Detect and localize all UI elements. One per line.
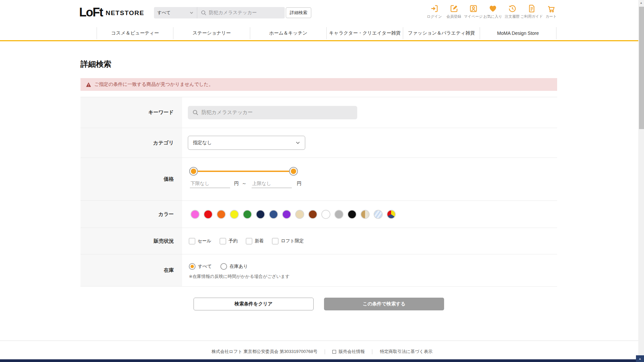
color-swatch-yellow[interactable] [230, 210, 239, 219]
search-icon [193, 110, 198, 115]
chevron-down-icon [190, 11, 194, 15]
color-swatch-white[interactable] [321, 210, 330, 219]
category-row: カテゴリ 指定なし [80, 128, 557, 158]
color-swatch-purple[interactable] [282, 210, 291, 219]
nav-item-2[interactable]: ホーム＆キッチン [250, 27, 326, 39]
price-max-unit: 円 [297, 181, 302, 188]
nav-item-0[interactable]: コスメ＆ビューティー [97, 27, 173, 39]
sales-option-0[interactable]: セール [189, 238, 211, 244]
price-slider-max-handle[interactable] [289, 167, 298, 176]
order-history-button[interactable]: 注文履歴 [502, 4, 522, 19]
clear-conditions-button[interactable]: 検索条件をクリア [194, 298, 314, 310]
checkbox-icon[interactable] [272, 238, 278, 244]
form-actions: 検索条件をクリア この条件で検索する [80, 298, 557, 310]
detail-search-button[interactable]: 詳細検索 [286, 7, 311, 18]
price-inputs: 円 ～ 円 [188, 180, 557, 188]
scrollbar-thumb[interactable] [639, 7, 644, 129]
login-icon [430, 4, 439, 13]
footer-seller-info-link[interactable]: 販売会社情報 [332, 349, 365, 355]
stock-label: 在庫 [80, 254, 182, 286]
external-window-icon [332, 350, 336, 354]
header: LoFt NETSTORE すべて 詳細検索 ログイン 会員登録 [0, 0, 644, 25]
cart-icon [547, 4, 556, 13]
footer-separator [325, 349, 325, 354]
scrollbar-up-arrow[interactable]: ▲ [638, 1, 644, 4]
price-tilde: ～ [242, 181, 247, 188]
search-form: キーワード カテゴリ 指定なし 価格 [80, 97, 557, 287]
nav-item-3[interactable]: キャラクター・クリエイター雑貨 [326, 27, 403, 39]
color-swatch-navy[interactable] [256, 210, 265, 219]
search-input-wrap [197, 7, 285, 18]
loft-logo[interactable]: LoFt NETSTORE [79, 5, 144, 19]
sales-option-2[interactable]: 新着 [246, 238, 264, 244]
stock-option-0[interactable]: すべて [189, 263, 212, 270]
color-swatch-black[interactable] [347, 210, 357, 219]
radio-icon[interactable] [189, 263, 196, 270]
header-search-input[interactable] [209, 10, 281, 15]
no-results-alert-text: ご指定の条件に一致する商品が見つかりませんでした。 [94, 81, 213, 87]
login-button[interactable]: ログイン [425, 4, 444, 19]
search-icon [201, 10, 206, 15]
category-select[interactable]: 指定なし [188, 136, 305, 150]
price-max-input[interactable] [252, 180, 292, 188]
sales-option-3[interactable]: ロフト限定 [272, 238, 304, 244]
footer-dark-strip [0, 359, 644, 362]
color-swatch-beige[interactable] [295, 210, 304, 219]
color-swatch-brown[interactable] [308, 210, 317, 219]
footer-law-label: 特定商取引法に基づく表示 [380, 349, 432, 355]
price-label: 価格 [80, 158, 182, 200]
price-min-input[interactable] [190, 180, 230, 188]
checkbox-icon[interactable] [246, 238, 252, 244]
checkbox-icon[interactable] [220, 238, 226, 244]
page-top-button[interactable]: ▲ [636, 355, 644, 362]
category-label: カテゴリ [80, 128, 182, 158]
color-swatch-clear[interactable] [374, 210, 383, 219]
cart-button[interactable]: カート [541, 4, 561, 19]
register-button[interactable]: 会員登録 [444, 4, 464, 19]
color-swatch-multicolor[interactable] [387, 210, 396, 219]
favorites-button[interactable]: お気に入り [483, 4, 502, 19]
sales-status-row: 販売状況 セール予約新着ロフト限定 [80, 228, 557, 254]
checkbox-icon[interactable] [189, 238, 195, 244]
search-submit-button[interactable]: この条件で検索する [324, 298, 444, 310]
stock-option-1[interactable]: 在庫あり [220, 263, 248, 270]
checkbox-label: 新着 [255, 238, 264, 244]
price-slider-min-handle[interactable] [189, 167, 198, 176]
scrollbar[interactable]: ▲ [638, 0, 644, 355]
color-swatch-orange[interactable] [217, 210, 226, 219]
color-swatch-blue[interactable] [269, 210, 278, 219]
footer-separator [372, 349, 372, 354]
sales-option-1[interactable]: 予約 [220, 238, 237, 244]
nav-item-5[interactable]: MoMA Design Store [480, 27, 556, 39]
page-title: 詳細検索 [80, 59, 111, 69]
guide-label: ご利用ガイド [520, 14, 543, 19]
nav-item-4[interactable]: ファッション＆バラエティ雑貨 [403, 27, 479, 39]
footer-law-link[interactable]: 特定商取引法に基づく表示 [380, 349, 432, 355]
category-select-value: 指定なし [193, 140, 212, 146]
keyword-input[interactable] [202, 110, 353, 115]
footer-divider [0, 341, 644, 341]
header-utility-menu: ログイン 会員登録 マイページ お気に入り 注文履歴 ご利用ガイド [425, 4, 561, 19]
guide-button[interactable]: ご利用ガイド [522, 4, 541, 19]
no-results-alert: ご指定の条件に一致する商品が見つかりませんでした。 [80, 78, 557, 91]
category-nav: コスメ＆ビューティーステーショナリーホーム＆キッチンキャラクター・クリエイター雑… [0, 25, 644, 41]
price-range-slider [189, 167, 298, 176]
nav-item-1[interactable]: ステーショナリー [173, 27, 250, 39]
radio-icon[interactable] [220, 263, 227, 270]
color-swatch-gold[interactable] [361, 210, 370, 219]
search-category-value: すべて [157, 10, 171, 16]
price-row: 価格 円 ～ 円 [80, 158, 557, 200]
color-swatch-gray[interactable] [334, 210, 343, 219]
sales-status-options: セール予約新着ロフト限定 [188, 228, 557, 254]
color-swatch-pink[interactable] [191, 210, 200, 219]
category-nav-list: コスメ＆ビューティーステーショナリーホーム＆キッチンキャラクター・クリエイター雑… [97, 27, 556, 39]
mypage-button[interactable]: マイページ [464, 4, 483, 19]
color-label: カラー [80, 201, 182, 228]
page: LoFt NETSTORE すべて 詳細検索 ログイン 会員登録 [0, 0, 644, 362]
search-category-select[interactable]: すべて [154, 7, 197, 18]
favorites-label: お気に入り [483, 14, 502, 19]
color-swatch-red[interactable] [204, 210, 213, 219]
color-swatch-green[interactable] [243, 210, 252, 219]
color-row: カラー [80, 200, 557, 228]
sales-status-label: 販売状況 [80, 228, 182, 254]
